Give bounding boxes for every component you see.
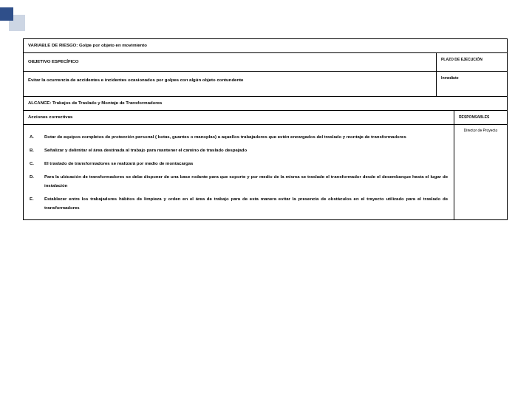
plazo-ejecucion-value: Inmediato (436, 72, 507, 97)
row-acciones-body: A. Dotar de equipos completos de protecc… (24, 125, 507, 219)
responsable-value: Director de Proyecto (454, 125, 507, 219)
accion-text: Señalizar y delimitar el área destinada … (44, 146, 448, 154)
accion-item: B. Señalizar y delimitar el área destina… (30, 146, 448, 154)
plazo-ejecucion-label: PLAZO DE EJECUCIÓN (436, 53, 507, 71)
acciones-correctivas-label: Acciones correctivas (24, 111, 454, 124)
accion-letter: E. (30, 194, 44, 212)
slide-decor-square-dark (0, 7, 13, 21)
accion-item: D. Para la ubicación de transformadores … (30, 172, 448, 190)
accion-item: C. El traslado de transformadores se rea… (30, 159, 448, 168)
accion-text: Dotar de equipos completos de protección… (44, 132, 448, 141)
accion-item: A. Dotar de equipos completos de protecc… (30, 132, 448, 141)
accion-text: Establecer entre los trabajadores hábito… (44, 194, 448, 212)
acciones-list-container: A. Dotar de equipos completos de protecc… (24, 125, 454, 219)
responsables-label: RESPONSABLES (454, 111, 507, 124)
accion-letter: C. (30, 159, 44, 168)
accion-text: El traslado de transformadores se realiz… (44, 159, 448, 168)
risk-table: VARIABLE DE RIESGO: Golpe por objeto en … (23, 38, 508, 220)
row-alcance: ALCANCE: Trabajos de Traslado y Montaje … (24, 97, 507, 111)
row-variable-riesgo: VARIABLE DE RIESGO: Golpe por objeto en … (24, 39, 507, 53)
accion-letter: B. (30, 146, 44, 154)
acciones-list: A. Dotar de equipos completos de protecc… (24, 125, 454, 219)
row-objetivo-value: Evitar la ocurrencia de accidentes e inc… (24, 72, 507, 98)
row-acciones-header: Acciones correctivas RESPONSABLES (24, 111, 507, 125)
row-objetivo-header: OBJETIVO ESPECÍFICO PLAZO DE EJECUCIÓN (24, 53, 507, 72)
accion-item: E. Establecer entre los trabajadores háb… (30, 194, 448, 212)
accion-text: Para la ubicación de transformadores se … (44, 172, 448, 190)
accion-letter: A. (30, 132, 44, 141)
alcance-text: ALCANCE: Trabajos de Traslado y Montaje … (24, 97, 507, 110)
objetivo-especifico-label: OBJETIVO ESPECÍFICO (24, 53, 436, 71)
accion-letter: D. (30, 172, 44, 190)
variable-riesgo-text: VARIABLE DE RIESGO: Golpe por objeto en … (24, 39, 507, 52)
objetivo-especifico-text: Evitar la ocurrencia de accidentes e inc… (24, 72, 436, 97)
